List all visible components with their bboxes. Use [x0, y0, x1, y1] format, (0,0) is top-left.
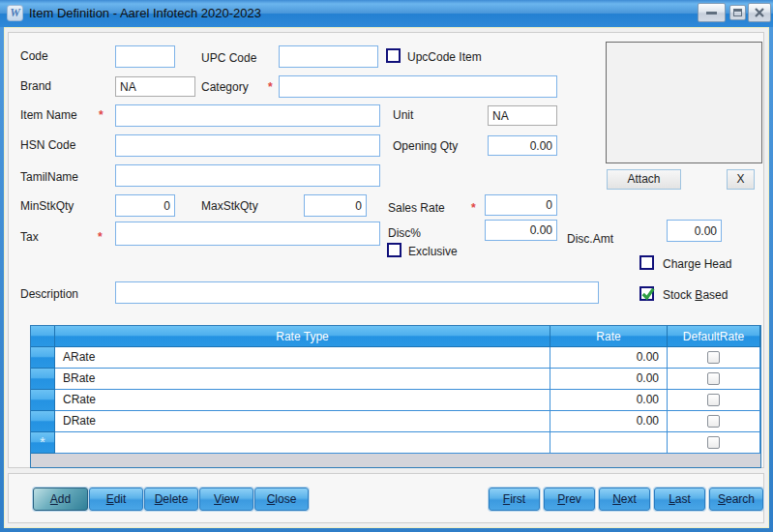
upccode-item-checkbox[interactable] [386, 48, 401, 63]
view-button[interactable]: View [199, 488, 253, 511]
charge-head-checkbox[interactable] [639, 255, 654, 270]
rate-cell[interactable]: 0.00 [550, 369, 668, 390]
disc-amt-label: Disc.Amt [567, 232, 613, 246]
maximize-button[interactable] [729, 5, 746, 20]
fields-panel: Code UPC Code UpcCode Item Brand Categor… [8, 32, 764, 468]
column-header-default-rate[interactable]: DefaultRate [668, 326, 760, 347]
default-rate-checkbox[interactable] [707, 372, 720, 385]
unit-label: Unit [393, 108, 413, 122]
charge-head-label: Charge Head [663, 257, 731, 271]
delete-button[interactable]: Delete [144, 488, 198, 511]
maximize-icon [733, 9, 742, 16]
item-image-box [606, 42, 762, 163]
brand-input[interactable] [115, 76, 195, 97]
form-client-area: Code UPC Code UpcCode Item Brand Categor… [4, 27, 769, 528]
description-input[interactable] [115, 281, 599, 304]
column-header-rate-type[interactable]: Rate Type [55, 326, 550, 347]
title-bar[interactable]: W Item Definition - Aarel Infotech 2020-… [0, 0, 773, 27]
brand-label: Brand [20, 79, 51, 93]
edit-button[interactable]: Edit [89, 488, 143, 511]
disc-pct-label: Disc% [388, 226, 421, 240]
min-stk-qty-input[interactable] [115, 194, 175, 217]
item-name-required-asterisk: * [99, 108, 104, 122]
max-stk-qty-input[interactable] [304, 194, 367, 217]
rate-type-cell[interactable]: CRate [55, 390, 550, 411]
item-name-input[interactable] [115, 104, 380, 127]
prev-button[interactable]: Prev [544, 488, 595, 511]
close-record-button[interactable]: Close [254, 488, 309, 511]
rate-type-cell[interactable]: BRate [55, 369, 550, 390]
tamil-name-input[interactable] [115, 164, 380, 187]
row-selector[interactable] [31, 390, 55, 411]
new-table-row: * [31, 432, 760, 454]
tax-required-asterisk: * [98, 230, 103, 244]
hsn-code-label: HSN Code [20, 138, 75, 152]
description-label: Description [20, 287, 78, 301]
stock-based-checkbox[interactable] [639, 286, 654, 301]
row-selector[interactable] [31, 369, 55, 390]
exclusive-checkbox[interactable] [387, 243, 401, 257]
code-input[interactable] [115, 45, 175, 68]
table-row: BRate 0.00 [31, 369, 760, 390]
close-button[interactable] [748, 3, 771, 22]
grid-empty-area [31, 454, 760, 467]
tax-label: Tax [20, 230, 39, 244]
minimize-button[interactable] [698, 3, 726, 22]
hsn-code-input[interactable] [115, 134, 380, 157]
default-rate-checkbox[interactable] [707, 415, 720, 428]
rate-cell[interactable]: 0.00 [550, 347, 668, 369]
stock-based-label: Stock Based [663, 288, 728, 302]
opening-qty-label: Opening Qty [393, 139, 458, 153]
grid-corner-cell[interactable] [31, 326, 55, 347]
rate-type-cell[interactable] [55, 432, 550, 454]
min-stk-qty-label: MinStkQty [20, 199, 74, 213]
table-row: ARate 0.00 [31, 347, 760, 369]
next-button[interactable]: Next [599, 488, 650, 511]
item-definition-window: W Item Definition - Aarel Infotech 2020-… [0, 0, 773, 532]
category-input[interactable] [279, 75, 557, 98]
table-row: DRate 0.00 [31, 411, 760, 432]
new-row-selector[interactable]: * [31, 432, 55, 454]
rate-type-cell[interactable]: DRate [55, 411, 550, 432]
tax-input[interactable] [115, 222, 380, 246]
first-button[interactable]: First [489, 488, 540, 511]
rate-cell[interactable]: 0.00 [550, 411, 668, 432]
rate-type-cell[interactable]: ARate [55, 347, 550, 369]
max-stk-qty-label: MaxStkQty [201, 199, 258, 213]
row-selector[interactable] [31, 411, 55, 432]
actions-panel: Add Edit Delete View Close First Prev Ne… [8, 473, 764, 523]
code-label: Code [20, 49, 48, 63]
category-label: Category [201, 80, 249, 94]
close-icon [755, 8, 764, 17]
unit-input[interactable] [488, 105, 557, 126]
grid-header-row: Rate Type Rate DefaultRate [31, 326, 760, 347]
rate-grid: Rate Type Rate DefaultRate ARate 0.00 BR… [30, 325, 761, 468]
sales-rate-required-asterisk: * [471, 201, 476, 215]
disc-amt-input[interactable] [667, 220, 722, 242]
add-button[interactable]: Add [33, 488, 88, 511]
upc-code-input[interactable] [279, 45, 378, 68]
default-rate-checkbox[interactable] [707, 351, 720, 364]
clear-image-button[interactable]: X [727, 169, 755, 190]
tamil-name-label: TamilName [20, 170, 78, 184]
row-selector[interactable] [31, 347, 55, 369]
item-name-label: Item Name [20, 108, 77, 122]
default-rate-checkbox[interactable] [707, 394, 720, 406]
opening-qty-input[interactable] [488, 135, 557, 156]
app-icon: W [7, 5, 23, 21]
sales-rate-label: Sales Rate [388, 201, 445, 215]
column-header-rate[interactable]: Rate [550, 326, 668, 347]
exclusive-label: Exclusive [408, 245, 458, 258]
upccode-item-label: UpcCode Item [407, 50, 482, 64]
rate-cell[interactable] [550, 432, 668, 454]
rate-cell[interactable]: 0.00 [550, 390, 668, 411]
category-required-asterisk: * [268, 80, 273, 94]
attach-button[interactable]: Attach [607, 169, 681, 190]
window-title: Item Definition - Aarel Infotech 2020-20… [29, 6, 261, 20]
default-rate-checkbox[interactable] [707, 436, 720, 449]
last-button[interactable]: Last [654, 488, 705, 511]
disc-pct-input[interactable] [485, 220, 557, 241]
sales-rate-input[interactable] [485, 194, 557, 216]
table-row: CRate 0.00 [31, 390, 760, 411]
search-button[interactable]: Search [709, 488, 763, 511]
